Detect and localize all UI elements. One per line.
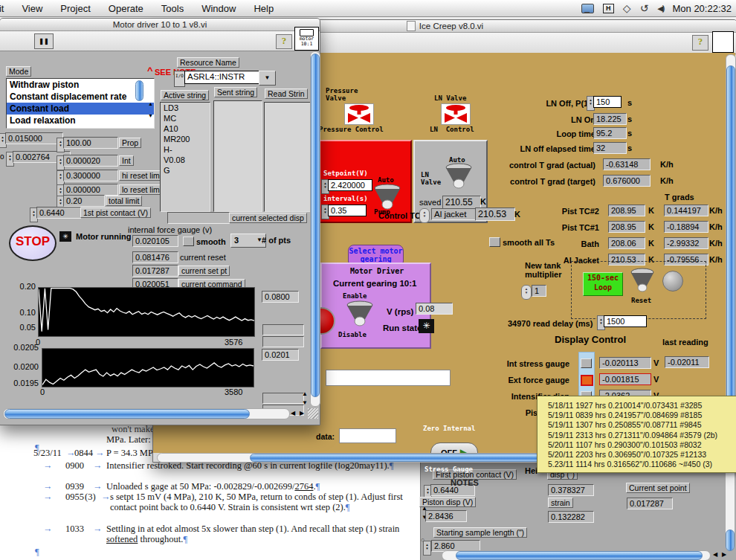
ice-vscroll-thumb[interactable]	[726, 65, 735, 409]
read-delay-field[interactable]: 1500	[604, 315, 647, 327]
param-field[interactable]: 0.015000	[5, 132, 63, 144]
ln-off-field[interactable]: 150	[593, 96, 622, 108]
resize-grip[interactable]	[308, 408, 318, 419]
new-tank-field[interactable]: 1	[532, 285, 546, 297]
smooth-all-ts-checkbox[interactable]	[489, 237, 500, 247]
resource-dropdown-button[interactable]: ▼	[259, 71, 276, 86]
mode-listbox[interactable]: Withdraw piston Constant displacement ra…	[6, 78, 155, 129]
current-setpt-label: current set pt	[178, 265, 230, 276]
help-button[interactable]: ?	[692, 35, 708, 51]
empty-field	[262, 336, 304, 347]
mode-item[interactable]: Withdraw piston	[7, 79, 154, 91]
panel-hscrollbar[interactable]	[442, 550, 711, 560]
reset-button[interactable]	[662, 271, 683, 292]
motor-vi-icon[interactable]: motor10:1	[294, 27, 319, 51]
mode-scroll-up-icon[interactable]: ▲	[148, 101, 153, 106]
string-field[interactable]	[326, 370, 451, 386]
airport-icon[interactable]: ◇	[623, 2, 631, 14]
motor-driver-window: Motor driver 10 to 1 v8.vi ❚❚ ? motor10:…	[0, 18, 320, 425]
disp-field: 0.378327	[548, 484, 594, 496]
new-tank-spinner[interactable]	[521, 285, 532, 300]
scroll-right-icon[interactable]: ▶	[300, 410, 304, 416]
keyboard-layout-icon[interactable]: H	[603, 4, 614, 13]
sent-string-label: Sent string	[214, 87, 257, 97]
scroll-left-icon[interactable]: ◀	[291, 410, 295, 416]
v-rps-field[interactable]: 0.08	[416, 303, 453, 315]
panel-vscrollbar[interactable]	[725, 462, 735, 551]
tiny-up-icon[interactable]: ▲	[302, 390, 308, 397]
menu-project[interactable]: Project	[60, 3, 90, 14]
pressure-valve-icon[interactable]	[344, 103, 374, 125]
scroll-left-icon[interactable]: ◀	[713, 551, 717, 558]
menu-tools[interactable]: Tools	[161, 3, 184, 14]
panel-hscroll-thumb[interactable]	[456, 551, 703, 560]
int-stress-checkbox[interactable]	[581, 358, 592, 368]
first-contact-field[interactable]: 0.6440	[36, 207, 81, 219]
control-tc-spinner[interactable]	[419, 208, 430, 223]
zero-internal-label: Zero Internal	[423, 425, 475, 432]
recent-items-icon[interactable]: ↺	[640, 2, 649, 14]
motor-vscroll-thumb[interactable]	[311, 54, 320, 397]
pts-dropdown[interactable]: 3▼	[230, 234, 266, 248]
smooth-checkbox[interactable]	[183, 236, 194, 246]
enable-disable-funnel[interactable]	[344, 300, 375, 329]
pause-button[interactable]: ❚❚	[34, 33, 54, 49]
smooth-all-ts-label: smooth all Ts	[503, 238, 555, 247]
motor-hscrollbar[interactable]	[3, 408, 290, 419]
motor-titlebar[interactable]: Motor driver 10 to 1 v8.vi	[0, 19, 320, 31]
read-string-list[interactable]	[264, 102, 311, 212]
data-field[interactable]	[339, 428, 396, 443]
menu-view[interactable]: View	[22, 3, 42, 14]
ext-force-checkbox[interactable]	[581, 375, 593, 386]
tab-arrow: →	[95, 448, 105, 459]
ln-slider-funnel[interactable]	[443, 162, 474, 192]
menu-bar: Edit View Project Operate Tools Window H…	[0, 0, 736, 17]
mode-scroll-down-icon[interactable]: ▼	[148, 113, 153, 118]
int-label: Int	[119, 155, 134, 166]
scroll-right-icon[interactable]: ▶	[722, 551, 726, 558]
setpoint-label: Setpoint(V)	[323, 170, 368, 177]
active-string-label: Active string	[161, 90, 209, 100]
current-reset-label: current reset	[180, 253, 226, 262]
lo-reset-field[interactable]: 0.000000	[63, 184, 118, 196]
sent-string-list[interactable]	[213, 100, 262, 212]
int-field[interactable]: 0.000020	[63, 155, 118, 167]
vi-icon-button[interactable]	[712, 31, 734, 53]
panel-vscroll-thumb[interactable]	[726, 530, 735, 551]
menu-operate[interactable]: Operate	[109, 3, 143, 14]
tiny-down-icon[interactable]: ▼	[302, 399, 308, 406]
control-tc-select[interactable]: Al jacket	[431, 208, 476, 220]
help-button[interactable]: ?	[276, 34, 292, 49]
interval-field[interactable]: 0.35	[328, 205, 367, 216]
menu-help[interactable]: Help	[254, 3, 274, 14]
menu-window[interactable]: Window	[201, 3, 236, 14]
active-string-list[interactable]: LD3 MC A10 MR200 H- V0.08 G	[160, 102, 210, 212]
displays-icon[interactable]	[581, 4, 594, 13]
prop-field[interactable]: 100.00	[63, 137, 118, 149]
motor-vscrollbar[interactable]	[310, 51, 320, 407]
ln-valve-icon[interactable]	[441, 103, 471, 125]
resource-combo-field[interactable]: ASRL4::INSTR	[184, 71, 262, 84]
resource-name-label: Resource Name	[177, 57, 239, 68]
stop-button[interactable]: STOP	[9, 225, 57, 261]
run-state-indicator: ✳	[419, 319, 434, 333]
volume-icon[interactable]: ◀)	[657, 4, 663, 13]
motor-running-label: Motor running	[76, 232, 132, 241]
total-limit-field[interactable]: 0.20	[63, 195, 105, 207]
mode-item[interactable]: Constant displacement rate	[7, 91, 154, 103]
motor-hscroll-thumb[interactable]	[4, 409, 250, 419]
lo-reset-label: lo reset limit	[119, 184, 161, 195]
reset-funnel[interactable]	[628, 268, 656, 296]
mode-item-selected[interactable]: Constant load	[7, 103, 154, 115]
setpoint-field[interactable]: 2.420000	[328, 179, 372, 191]
sample-length-spinner[interactable]	[423, 541, 431, 556]
enable-label: Enable	[343, 292, 367, 300]
mode-label: Mode	[6, 66, 31, 77]
mode-item[interactable]: Load relaxation	[7, 115, 154, 126]
menu-edit[interactable]: Edit	[0, 3, 4, 14]
mode-scroll-thumb[interactable]	[135, 80, 143, 101]
disable-label: Disable	[338, 331, 367, 338]
ice-vscrollbar[interactable]	[726, 54, 736, 453]
menu-clock[interactable]: Mon 20:22:32	[672, 3, 732, 14]
hi-reset-field[interactable]: 0.300000	[63, 170, 118, 181]
